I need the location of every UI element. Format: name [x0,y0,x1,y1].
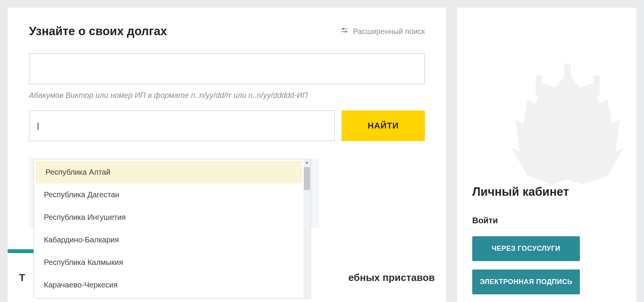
emblem-icon [487,47,644,208]
login-label: Войти [472,216,621,226]
region-option[interactable]: Республика Ингушетия [34,206,303,229]
search-button[interactable]: НАЙТИ [342,110,425,141]
advanced-search-label: Расширенный поиск [353,27,425,36]
region-option[interactable]: Республика Дагестан [34,183,303,206]
svg-point-4 [560,84,576,100]
bottom-text-left: Т [19,272,25,284]
region-option[interactable]: Карачаево-Черкесия [34,274,303,296]
scroll-up-icon[interactable]: ▲ [305,159,309,166]
sliders-icon [340,26,349,37]
advanced-search-link[interactable]: Расширенный поиск [340,26,425,37]
region-option[interactable]: Республика Алтай [36,161,302,183]
signature-button[interactable]: ЭЛЕКТРОННАЯ ПОДПИСЬ [472,270,580,294]
region-option[interactable]: Республика Калмыкия [34,251,303,274]
region-input[interactable] [29,110,335,141]
svg-rect-7 [565,63,571,80]
bottom-text-right: ебных приставов [349,272,435,284]
dropdown-scrollbar[interactable]: ▲ [303,159,310,298]
region-dropdown-list: Республика Алтай Республика Дагестан Рес… [34,159,303,298]
scroll-thumb[interactable] [304,167,310,190]
svg-point-1 [342,28,344,29]
svg-point-3 [345,31,346,32]
account-title: Личный кабинет [472,185,621,199]
page-title: Узнайте о своих долгах [29,24,167,38]
svg-rect-6 [593,76,600,96]
main-search-input[interactable] [29,54,425,84]
gosuslugi-button[interactable]: ЧЕРЕЗ ГОСУСЛУГИ [472,236,580,261]
region-dropdown: Республика Алтай Республика Дагестан Рес… [34,159,311,298]
region-option[interactable]: Кабардино-Балкария [34,229,303,251]
svg-rect-5 [536,76,542,96]
search-hint: Абакумов Виктор или номер ИП в формате n… [29,91,425,100]
